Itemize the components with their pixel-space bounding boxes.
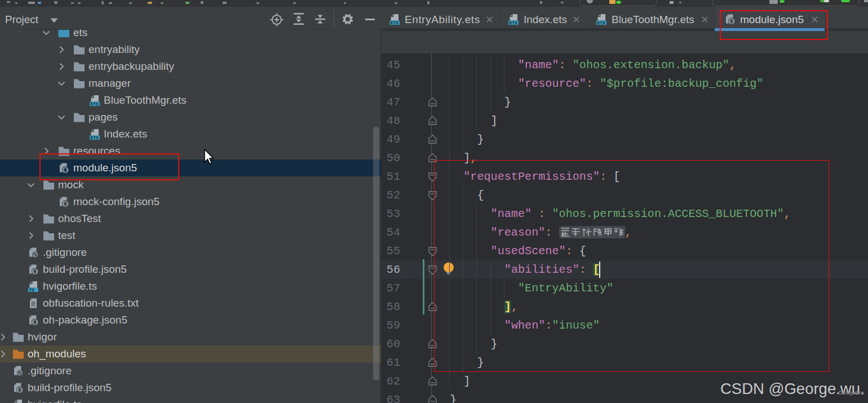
svg-text:ETS: ETS	[510, 20, 517, 25]
svg-text:ETS: ETS	[597, 20, 605, 25]
svg-text:ETS: ETS	[391, 20, 398, 25]
svg-text:ETS: ETS	[91, 135, 99, 140]
svg-text:TS: TS	[29, 287, 35, 292]
svg-text:ETS: ETS	[91, 101, 99, 106]
